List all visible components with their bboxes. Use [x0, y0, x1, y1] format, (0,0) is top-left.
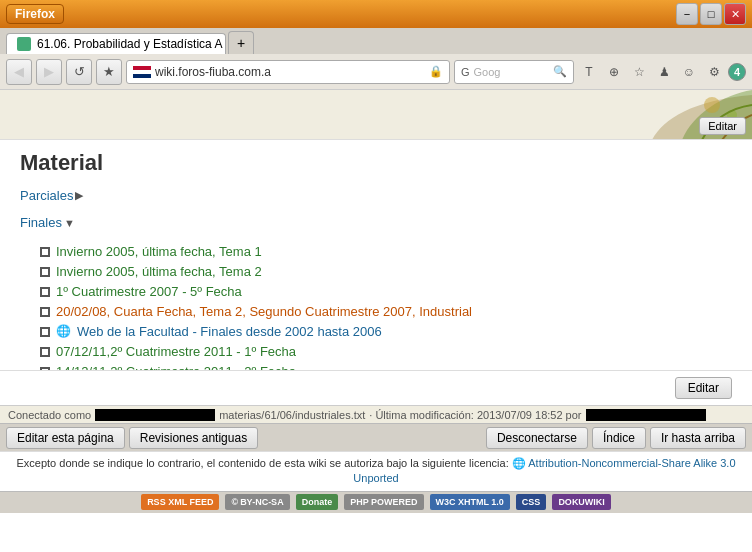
close-button[interactable]: ✕	[724, 3, 746, 25]
search-placeholder: Goog	[474, 66, 549, 78]
list-item: Invierno 2005, última fecha, Tema 2	[40, 264, 732, 279]
edit-bottom-button[interactable]: Editar	[675, 377, 732, 399]
minimize-button[interactable]: −	[676, 3, 698, 25]
tool-icon-5[interactable]: ☺	[678, 61, 700, 83]
license-text: Excepto donde se indique lo contrario, e…	[16, 457, 508, 469]
finales-section: Finales ▼ Invierno 2005, última fecha, T…	[20, 215, 732, 370]
tool-icon-4[interactable]: ♟	[653, 61, 675, 83]
bookmark-button[interactable]: ★	[96, 59, 122, 85]
tool-icon-3[interactable]: ☆	[628, 61, 650, 83]
edit-top-button[interactable]: Editar	[699, 117, 746, 135]
php-badge[interactable]: PHP POWERED	[344, 494, 423, 510]
finales-arrow: ▼	[64, 217, 75, 229]
tool-icon-2[interactable]: ⊕	[603, 61, 625, 83]
rss-badge[interactable]: RSS XML FEED	[141, 494, 219, 510]
search-icon[interactable]: 🔍	[553, 65, 567, 78]
ultima-mod: · Última modificación: 2013/07/09 18:52 …	[369, 409, 581, 421]
desconectarse-button[interactable]: Desconectarse	[486, 427, 588, 449]
bullet-icon	[40, 287, 50, 297]
tool-icon-6[interactable]: ⚙	[703, 61, 725, 83]
item-link-4[interactable]: 20/02/08, Cuarta Fecha, Tema 2, Segundo …	[56, 304, 472, 319]
page-title: Material	[20, 150, 732, 176]
titlebar: Firefox − □ ✕	[0, 0, 752, 28]
user-redacted	[95, 409, 215, 421]
revisiones-button[interactable]: Revisiones antiguas	[129, 427, 258, 449]
bullet-icon	[40, 267, 50, 277]
list-item: 07/12/11,2º Cuatrimestre 2011 - 1º Fecha	[40, 344, 732, 359]
window-controls: − □ ✕	[676, 3, 746, 25]
active-tab[interactable]: 61.06. Probabilidad y Estadística A (ind…	[6, 33, 226, 54]
w3c-badge[interactable]: W3C XHTML 1.0	[430, 494, 510, 510]
tab-label: 61.06. Probabilidad y Estadística A (ind…	[37, 37, 226, 51]
author-redacted	[586, 409, 706, 421]
bullet-icon	[40, 367, 50, 370]
editar-pagina-button[interactable]: Editar esta página	[6, 427, 125, 449]
tool-icon-1[interactable]: T	[578, 61, 600, 83]
cc-icon: ©	[231, 497, 238, 507]
conectado-label: Conectado como	[8, 409, 91, 421]
ssl-icons: 🔒	[429, 65, 443, 78]
item-link-6[interactable]: 07/12/11,2º Cuatrimestre 2011 - 1º Fecha	[56, 344, 296, 359]
list-item: 🌐 Web de la Facultad - Finales desde 200…	[40, 324, 732, 339]
ir-arriba-button[interactable]: Ir hasta arriba	[650, 427, 746, 449]
indice-button[interactable]: Índice	[592, 427, 646, 449]
search-bar[interactable]: G Goog 🔍	[454, 60, 574, 84]
maximize-button[interactable]: □	[700, 3, 722, 25]
globe-icon: 🌐	[56, 324, 71, 338]
parciales-section: Parciales ▶	[20, 188, 732, 209]
back-button[interactable]: ◀	[6, 59, 32, 85]
firefox-menu-button[interactable]: Firefox	[6, 4, 64, 24]
license-bar: Excepto donde se indique lo contrario, e…	[0, 451, 752, 491]
bullet-icon	[40, 347, 50, 357]
notification-badge[interactable]: 4	[728, 63, 746, 81]
svg-point-0	[704, 97, 720, 113]
item-link-3[interactable]: 1º Cuatrimestre 2007 - 5º Fecha	[56, 284, 242, 299]
action-bar: Editar esta página Revisiones antiguas D…	[0, 423, 752, 451]
finales-link[interactable]: Finales ▼	[20, 215, 75, 230]
content-area: Material Parciales ▶ Finales ▼ Invierno …	[0, 140, 752, 370]
item-link-5[interactable]: Web de la Facultad - Finales desde 2002 …	[77, 324, 382, 339]
google-label: G	[461, 66, 470, 78]
item-link-2[interactable]: Invierno 2005, última fecha, Tema 2	[56, 264, 262, 279]
footer-edit-section: Editar	[0, 370, 752, 405]
new-tab-button[interactable]: +	[228, 31, 254, 54]
flag-icon	[133, 66, 151, 78]
reload-button[interactable]: ↺	[66, 59, 92, 85]
parciales-arrow: ▶	[75, 189, 83, 202]
tab-bar: 61.06. Probabilidad y Estadística A (ind…	[0, 28, 752, 54]
item-link-7[interactable]: 14/12/11,2º Cuatrimestre 2011 - 2º Fecha	[56, 364, 296, 370]
address-bar[interactable]: wiki.foros-fiuba.com.a 🔒	[126, 60, 450, 84]
donate-badge[interactable]: Donate	[296, 494, 339, 510]
deco-header: Editar	[0, 90, 752, 140]
bullet-icon	[40, 307, 50, 317]
bullet-icon	[40, 327, 50, 337]
list-item: Invierno 2005, última fecha, Tema 1	[40, 244, 732, 259]
parciales-link[interactable]: Parciales ▶	[20, 188, 83, 203]
address-text: wiki.foros-fiuba.com.a	[155, 65, 425, 79]
list-item: 1º Cuatrimestre 2007 - 5º Fecha	[40, 284, 732, 299]
css-badge[interactable]: CSS	[516, 494, 547, 510]
bullet-icon	[40, 247, 50, 257]
navbar: ◀ ▶ ↺ ★ wiki.foros-fiuba.com.a 🔒 G Goog …	[0, 54, 752, 90]
status-bar: Conectado como materias/61/06/industrial…	[0, 405, 752, 423]
item-link-1[interactable]: Invierno 2005, última fecha, Tema 1	[56, 244, 262, 259]
list-item: 20/02/08, Cuarta Fecha, Tema 2, Segundo …	[40, 304, 732, 319]
finales-list: Invierno 2005, última fecha, Tema 1 Invi…	[40, 244, 732, 370]
tab-favicon	[17, 37, 31, 51]
toolbar-right: T ⊕ ☆ ♟ ☺ ⚙ 4	[578, 61, 746, 83]
materias-path: materias/61/06/industriales.txt	[219, 409, 365, 421]
icon-bar: RSS XML FEED © BY-NC-SA Donate PHP POWER…	[0, 491, 752, 513]
dokuwiki-badge[interactable]: DOKUWIKI	[552, 494, 611, 510]
forward-button[interactable]: ▶	[36, 59, 62, 85]
cc-globe-icon: 🌐	[512, 457, 526, 469]
cc-badge[interactable]: © BY-NC-SA	[225, 494, 289, 510]
